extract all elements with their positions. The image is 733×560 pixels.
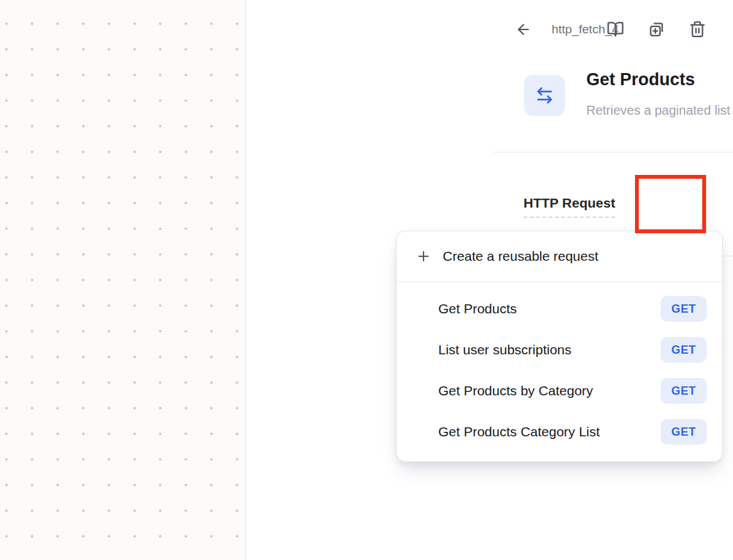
divider xyxy=(493,152,733,152)
delete-button[interactable] xyxy=(688,20,706,38)
reusable-request-dropdown-menu: Create a reusable request Get Products G… xyxy=(396,231,723,462)
request-list-item[interactable]: Get Products by Category GET xyxy=(397,370,722,411)
request-list-item[interactable]: Get Products Category List GET xyxy=(397,411,722,452)
request-list: Get Products GET List user subscriptions… xyxy=(397,282,722,461)
request-item-label: Get Products by Category xyxy=(438,383,593,399)
request-item-label: List user subscriptions xyxy=(438,342,572,358)
method-badge: GET xyxy=(661,337,707,363)
method-badge: GET xyxy=(661,378,707,404)
request-list-item[interactable]: Get Products GET xyxy=(397,288,722,329)
node-type-icon-tile xyxy=(524,75,565,116)
plus-icon xyxy=(416,249,431,264)
arrow-right-left-icon xyxy=(535,86,554,105)
docs-button[interactable] xyxy=(606,20,624,38)
back-button[interactable] xyxy=(514,20,533,39)
create-reusable-request-label: Create a reusable request xyxy=(443,249,598,264)
arrow-left-icon xyxy=(515,21,532,38)
request-item-label: Get Products xyxy=(438,301,517,317)
trash-icon xyxy=(689,21,706,38)
request-item-label: Get Products Category List xyxy=(438,424,600,440)
panel-header: http_fetch_4 xyxy=(247,0,733,58)
flow-canvas[interactable] xyxy=(0,0,246,560)
header-actions xyxy=(606,20,706,38)
node-description: Retrieves a paginated list of products f… xyxy=(586,103,733,118)
http-request-section-label: HTTP Request xyxy=(523,195,615,218)
copy-plus-icon xyxy=(648,21,665,38)
node-title: Get Products xyxy=(586,70,695,90)
create-reusable-request-item[interactable]: Create a reusable request xyxy=(397,231,722,282)
method-badge: GET xyxy=(661,419,707,445)
duplicate-button[interactable] xyxy=(647,20,665,38)
request-list-item[interactable]: List user subscriptions GET xyxy=(397,329,722,370)
method-badge: GET xyxy=(661,296,707,322)
book-open-icon xyxy=(607,21,624,38)
